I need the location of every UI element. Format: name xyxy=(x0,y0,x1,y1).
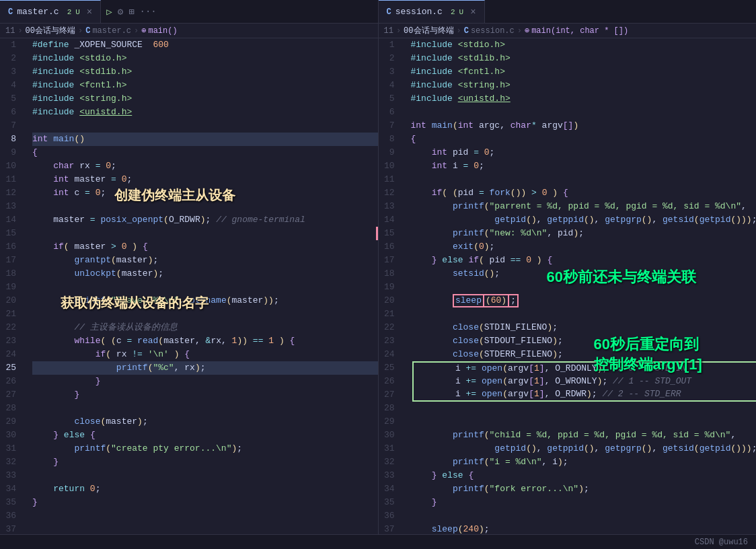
tab-filename-session: session.c xyxy=(395,7,443,17)
tab-modified-count-session: 2 xyxy=(451,8,455,16)
code-line-10: char rx = 0; xyxy=(32,159,378,173)
r-line-6 xyxy=(411,106,757,119)
annotation-session-left: 会话首 进程关 联控制 终端 xyxy=(406,321,407,453)
r-line-36 xyxy=(411,509,757,523)
r-line-30: printf("child = %d, ppid = %d, pgid = %d… xyxy=(411,429,757,442)
code-line-24: if( rx != '\n' ) { xyxy=(32,348,378,361)
r-line-37: sleep(240); xyxy=(411,523,757,534)
tab-close-master[interactable]: × xyxy=(87,7,92,17)
code-line-4: #include <fcntl.h> xyxy=(32,79,378,92)
bc-c-icon-left: C xyxy=(85,26,90,36)
r-line-1: #include <stdio.h> xyxy=(411,38,757,52)
annotation-60s-after: 60秒后重定向到 xyxy=(594,334,699,355)
r-line-12: if( (pid = fork()) > 0 ) { xyxy=(411,186,757,200)
annotation-60s-before: 60秒前还未与终端关联 xyxy=(547,267,696,287)
code-line-27: } xyxy=(32,388,378,402)
split-icon[interactable]: ⊞ xyxy=(128,6,134,17)
code-line-15 xyxy=(32,227,378,240)
right-code-area[interactable]: #include <stdio.h> #include <stdlib.h> #… xyxy=(406,38,757,534)
code-line-33 xyxy=(32,469,378,482)
code-line-21 xyxy=(32,307,378,321)
code-line-32: } xyxy=(32,455,378,469)
tab-session-c[interactable]: C session.c 2 U × xyxy=(379,0,485,23)
code-line-17: grantpt(master); xyxy=(32,254,378,267)
code-line-5: #include <string.h> xyxy=(32,92,378,106)
bc-func-icon-right: ⊕ xyxy=(525,26,529,36)
code-line-37 xyxy=(32,523,378,534)
code-line-2: #include <stdio.h> xyxy=(32,52,378,65)
r-line-9: int pid = 0; xyxy=(411,146,757,159)
left-code-area[interactable]: #define _XOPEN_SOURCE 600 #include <stdi… xyxy=(27,38,378,534)
code-line-22: // 主设备读从设备的信息 xyxy=(32,321,378,334)
r-line-7: int main(int argc, char* argv[]) xyxy=(411,119,757,133)
tab-unsaved-session: U xyxy=(459,8,464,16)
code-line-28 xyxy=(32,402,378,415)
code-line-26: } xyxy=(32,375,378,388)
code-line-23: while( (c = read(master, &rx, 1)) == 1 )… xyxy=(32,334,378,348)
right-editor-pane: 1 2 3 4 5 6 7 8 9 10 11 12 13 14 15 16 1… xyxy=(379,38,757,534)
code-line-29: close(master); xyxy=(32,415,378,429)
r-line-32: printf("i = %d\n", i); xyxy=(411,455,757,469)
tab-modified-count-master: 2 xyxy=(67,8,72,16)
code-line-14: master = posix_openpt(O_RDWR); // gnome-… xyxy=(32,213,378,227)
left-editor-pane: 1 2 3 4 5 6 7 8 9 10 11 12 13 14 15 16 1… xyxy=(0,38,379,534)
r-line-26: i += open(argv[1], O_WRONLY); // 1 -- ST… xyxy=(412,375,757,388)
tab-master-c[interactable]: C master.c 2 U × xyxy=(0,0,101,23)
bc-file-right: session.c xyxy=(471,26,515,36)
r-line-27: i += open(argv[1], O_RDWR); // 2 -- STD_… xyxy=(412,388,757,402)
r-line-23: close(STDOUT_FILENO); xyxy=(411,334,757,348)
code-line-8: int main() xyxy=(32,133,378,146)
r-line-3: #include <fcntl.h> xyxy=(411,65,757,79)
code-line-35: } xyxy=(32,496,378,509)
r-line-35: } xyxy=(411,496,757,509)
breadcrumb-container: 11 › 00会话与终端 › C master.c › ⊕ main() 11 … xyxy=(0,24,756,38)
r-line-33: } else { xyxy=(411,469,757,482)
r-line-17: } else if( pid == 0 ) { xyxy=(411,254,757,267)
code-line-11: int master = 0; xyxy=(32,173,378,186)
left-line-numbers: 1 2 3 4 5 6 7 8 9 10 11 12 13 14 15 16 1… xyxy=(0,38,27,534)
c-file-icon-session: C xyxy=(387,7,391,17)
code-line-20: printf("Slave: %s\n", ptsname(master)); xyxy=(32,294,378,307)
r-line-16: exit(0); xyxy=(411,240,757,254)
bc-func-right: main(int, char * []) xyxy=(531,26,628,36)
right-editor-content[interactable]: 1 2 3 4 5 6 7 8 9 10 11 12 13 14 15 16 1… xyxy=(379,38,757,534)
r-line-14: getpid(), getppid(), getpgrp(), getsid(g… xyxy=(411,213,757,227)
code-line-1: #define _XOPEN_SOURCE 600 xyxy=(32,38,378,52)
bc-folder-right: 00会话与终端 xyxy=(404,25,453,36)
r-line-15: printf("new: %d\n", pid); xyxy=(411,227,757,240)
code-line-30: } else { xyxy=(32,429,378,442)
code-line-31: printf("create pty error...\n"); xyxy=(32,442,378,455)
bc-file-left: master.c xyxy=(92,26,131,36)
tab-unsaved-master: U xyxy=(75,8,80,16)
editors-container: 1 2 3 4 5 6 7 8 9 10 11 12 13 14 15 16 1… xyxy=(0,38,756,534)
more-icon[interactable]: ··· xyxy=(140,6,157,17)
tab-close-session[interactable]: × xyxy=(470,7,476,17)
debug-icon[interactable]: ⚙ xyxy=(118,6,123,17)
r-line-31: getpid(), getppid(), getpgrp(), getsid(g… xyxy=(411,442,757,455)
minimap-marker xyxy=(376,227,378,240)
r-line-4: #include <string.h> xyxy=(411,79,757,92)
code-line-9: { xyxy=(32,146,378,159)
c-file-icon: C xyxy=(8,7,13,17)
r-line-20: sleep(60); xyxy=(411,294,757,307)
code-line-36 xyxy=(32,509,378,523)
left-editor-content[interactable]: 1 2 3 4 5 6 7 8 9 10 11 12 13 14 15 16 1… xyxy=(0,38,378,534)
r-line-8: { xyxy=(411,133,757,146)
annotation-control-terminal: 控制终端argv[1] xyxy=(594,355,702,375)
status-bar: CSDN @uwu16 xyxy=(0,534,756,549)
r-line-34: printf("fork error...\n"); xyxy=(411,482,757,496)
code-line-3: #include <stdlib.h> xyxy=(32,65,378,79)
code-line-18: unlockpt(master); xyxy=(32,267,378,281)
run-icon[interactable]: ▷ xyxy=(106,6,112,17)
code-line-12: int c = 0; xyxy=(32,186,378,200)
code-line-16: if( master > 0 ) { xyxy=(32,240,378,254)
left-toolbar-actions: ▷ ⚙ ⊞ ··· xyxy=(101,0,162,23)
r-line-28 xyxy=(411,402,757,415)
code-line-25: printf("%c", rx); xyxy=(32,361,378,375)
r-line-10: int i = 0; xyxy=(411,159,757,173)
r-line-25: i += open(argv[1], O_RDONLY); // 0 -- ST… xyxy=(412,361,757,375)
bc-func-left: main() xyxy=(148,26,177,36)
bc-number-right: 11 xyxy=(384,26,393,36)
r-line-11 xyxy=(411,173,757,186)
tab-filename-master: master.c xyxy=(17,7,59,17)
